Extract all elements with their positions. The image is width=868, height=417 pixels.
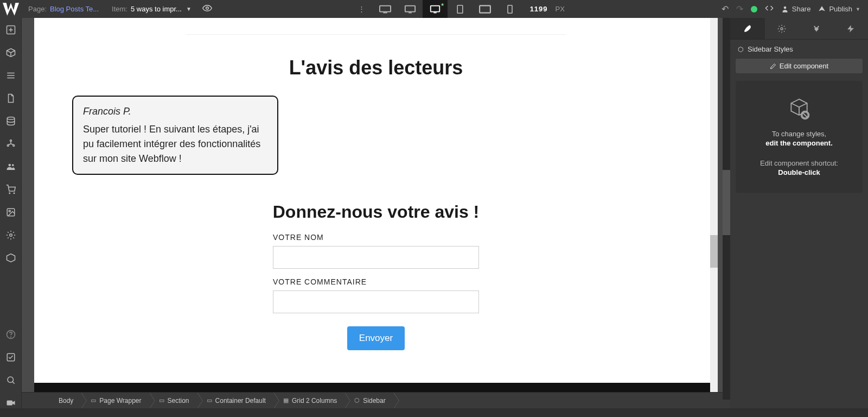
comment-input[interactable] [273,290,479,313]
comment-text: Super tutoriel ! En suivant les étapes, … [83,122,267,166]
checklist-icon[interactable] [5,352,16,363]
structure-icon[interactable] [5,138,16,149]
feedback-form: VOTRE NOM VOTRE COMMENTAIRE Envoyer [273,233,479,350]
panel-title: Sidebar Styles [748,45,793,53]
svg-line-25 [11,144,14,145]
redo-icon[interactable]: ↷ [736,4,743,14]
svg-point-26 [8,164,11,167]
name-input[interactable] [273,246,479,269]
svg-rect-7 [457,5,463,12]
crumb-body[interactable]: Body [49,393,81,409]
viewport-width-value[interactable]: 1199 [530,5,548,13]
svg-point-10 [783,6,786,9]
publish-button[interactable]: Publish ▼ [818,5,860,13]
svg-rect-9 [508,5,512,12]
topbar-right-tools: ↶ ↷ Share Publish ▼ [722,4,860,14]
page-footer[interactable] [34,383,718,392]
chevron-down-icon[interactable]: ▼ [186,6,192,12]
webflow-logo[interactable] [0,0,22,18]
svg-point-27 [11,164,14,166]
svg-point-20 [10,140,11,142]
cms-icon[interactable] [5,116,16,127]
undo-icon[interactable]: ↶ [722,4,729,14]
breadcrumb-bar: Body ▭Page Wrapper ▭Section ▭Container D… [22,392,730,408]
info-line4: Double-click [745,168,853,176]
help-icon[interactable] [5,329,16,340]
canvas-page[interactable]: L'avis des lecteurs Francois P. Super tu… [34,18,718,392]
svg-rect-3 [405,5,414,11]
breakpoint-lg[interactable] [398,0,423,18]
item-label: Item: [112,5,127,13]
svg-point-43 [818,26,819,27]
svg-rect-5 [430,5,439,11]
svg-point-31 [9,210,10,212]
add-icon[interactable] [5,24,16,35]
svg-rect-8 [480,5,490,12]
item-name[interactable]: 5 ways to impr... [131,5,182,13]
svg-marker-33 [7,254,15,262]
svg-point-41 [781,28,783,30]
publish-label: Publish [829,5,852,13]
svg-rect-1 [380,5,391,11]
canvas-scrollbar[interactable] [723,18,730,400]
comment-card[interactable]: Francois P. Super tutoriel ! En suivant … [72,96,278,175]
crumb-page-wrapper[interactable]: ▭Page Wrapper [81,393,149,409]
settings-icon[interactable] [5,230,16,241]
canvas-area: L'avis des lecteurs Francois P. Super tu… [22,18,730,408]
components-icon[interactable] [5,252,16,263]
comment-label: VOTRE COMMENTAIRE [273,277,479,286]
crumb-container[interactable]: ▭Container Default [197,393,273,409]
navigator-icon[interactable] [5,70,16,81]
info-line1: To change styles, [745,130,853,138]
more-icon[interactable]: ⋮ [358,5,365,13]
crumb-grid[interactable]: ▦Grid 2 Columns [273,393,344,409]
page-label: Page: [28,5,47,13]
cube-icon[interactable] [5,47,16,58]
breakpoint-xl[interactable] [373,0,398,18]
video-icon[interactable] [5,397,16,408]
breakpoint-mobile[interactable] [497,0,522,18]
top-bar: Page: Blog Posts Te... Item: 5 ways to i… [0,0,868,18]
svg-point-35 [10,337,11,337]
svg-rect-39 [7,401,12,406]
assets-icon[interactable] [5,207,16,218]
page-name[interactable]: Blog Posts Te... [50,5,99,13]
edit-component-button[interactable]: Edit component [736,59,863,73]
svg-marker-40 [12,401,15,405]
svg-point-0 [206,7,209,10]
code-icon[interactable] [765,5,774,13]
svg-line-38 [12,382,15,384]
page-scrollbar[interactable] [710,18,718,392]
svg-point-32 [9,234,12,237]
component-icon: ⬡ [738,46,743,53]
canvas-viewport[interactable]: L'avis des lecteurs Francois P. Super tu… [22,18,730,392]
chevron-down-icon: ▼ [856,7,860,12]
panel-header: ⬡ Sidebar Styles [730,40,868,59]
breakpoint-md[interactable]: ★ [423,0,448,18]
users-icon[interactable] [5,161,16,172]
status-dot-icon[interactable] [751,6,757,12]
right-panel: ⬡ Sidebar Styles Edit component To chang… [730,18,868,408]
name-label: VOTRE NOM [273,233,479,242]
crumb-section[interactable]: ▭Section [149,393,197,409]
submit-button[interactable]: Envoyer [347,326,405,350]
breakpoint-landscape[interactable] [473,0,497,18]
search-icon[interactable] [5,375,16,386]
style-tab[interactable] [730,18,765,40]
right-panel-tabs [730,18,868,40]
style-manager-tab[interactable] [799,18,834,40]
interactions-tab[interactable] [834,18,869,40]
ecommerce-icon[interactable] [5,184,16,195]
svg-marker-44 [847,25,854,32]
settings-tab[interactable] [765,18,800,40]
crumb-sidebar[interactable]: ⬡Sidebar [344,393,393,409]
breakpoint-tablet[interactable] [448,0,473,18]
breakpoint-group: ★ [373,0,522,18]
form-heading[interactable]: Donnez-nous votre avis ! [56,202,696,222]
info-line3: Edit component shortcut: [745,159,853,167]
preview-icon[interactable] [202,5,212,13]
pages-icon[interactable] [5,93,16,104]
svg-point-42 [814,26,815,27]
reviews-heading[interactable]: L'avis des lecteurs [56,56,696,79]
share-button[interactable]: Share [781,5,811,13]
